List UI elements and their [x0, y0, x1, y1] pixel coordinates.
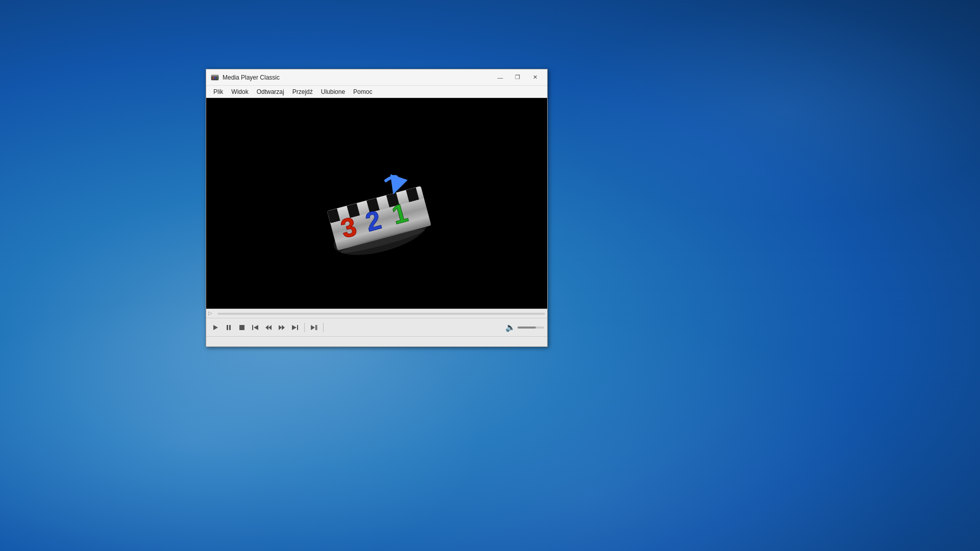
separator-2: [323, 323, 324, 332]
next-icon: [291, 324, 299, 331]
separator-1: [304, 323, 305, 332]
stop-button[interactable]: [236, 321, 248, 334]
svg-marker-24: [268, 325, 272, 330]
stop-icon: [239, 324, 245, 331]
status-bar: [206, 336, 547, 346]
svg-rect-32: [317, 325, 317, 330]
prev-icon: [252, 324, 259, 331]
play-icon: [212, 324, 218, 331]
rewind-button[interactable]: [262, 321, 275, 334]
volume-area: 🔈: [505, 322, 544, 332]
menu-odtwarzaj[interactable]: Odtwarzaj: [253, 87, 288, 96]
media-player-window: 3 2 1 Media Player Classic — ❐ ✕ Plik Wi…: [206, 69, 548, 347]
svg-marker-18: [213, 325, 218, 330]
menu-pomoc[interactable]: Pomoc: [349, 87, 376, 96]
forward-icon: [278, 324, 285, 331]
app-icon: 3 2 1: [210, 73, 219, 82]
svg-rect-20: [229, 325, 231, 330]
menu-przejdz[interactable]: Przejdź: [288, 87, 317, 96]
rewind-icon: [265, 324, 272, 331]
seek-icon: ▷: [208, 310, 215, 317]
menu-widok[interactable]: Widok: [227, 87, 252, 96]
svg-marker-27: [282, 325, 285, 330]
volume-slider[interactable]: [518, 327, 544, 329]
play-button[interactable]: [209, 321, 222, 334]
window-controls: — ❐ ✕: [492, 71, 543, 84]
svg-marker-25: [265, 325, 268, 330]
close-button[interactable]: ✕: [527, 71, 543, 84]
pause-icon: [226, 324, 232, 331]
menu-plik[interactable]: Plik: [209, 87, 227, 96]
video-area: 3 2 1: [206, 98, 547, 309]
volume-icon: 🔈: [505, 322, 516, 332]
svg-rect-21: [239, 325, 244, 330]
prev-button[interactable]: [249, 321, 261, 334]
pause-button[interactable]: [223, 321, 235, 334]
mpc-logo: 3 2 1: [310, 137, 443, 270]
menu-ulubione[interactable]: Ulubione: [317, 87, 349, 96]
seek-track[interactable]: [217, 313, 545, 315]
svg-marker-26: [279, 325, 282, 330]
seek-bar-area: ▷: [206, 309, 547, 318]
svg-marker-28: [292, 325, 297, 330]
window-title: Media Player Classic: [223, 74, 492, 81]
frame-step-icon: [310, 324, 317, 331]
forward-button[interactable]: [276, 321, 288, 334]
minimize-button[interactable]: —: [492, 71, 508, 84]
controls-bar: 🔈: [206, 318, 547, 336]
title-bar: 3 2 1 Media Player Classic — ❐ ✕: [206, 69, 547, 86]
svg-marker-30: [311, 325, 315, 330]
restore-button[interactable]: ❐: [509, 71, 526, 84]
next-button[interactable]: [289, 321, 301, 334]
svg-rect-29: [297, 325, 298, 330]
svg-rect-19: [227, 325, 228, 330]
menu-bar: Plik Widok Odtwarzaj Przejdź Ulubione Po…: [206, 86, 547, 98]
svg-rect-31: [315, 325, 316, 330]
volume-fill: [518, 327, 536, 329]
svg-rect-22: [252, 325, 253, 330]
frame-step-button[interactable]: [308, 321, 320, 334]
svg-marker-23: [254, 325, 258, 330]
